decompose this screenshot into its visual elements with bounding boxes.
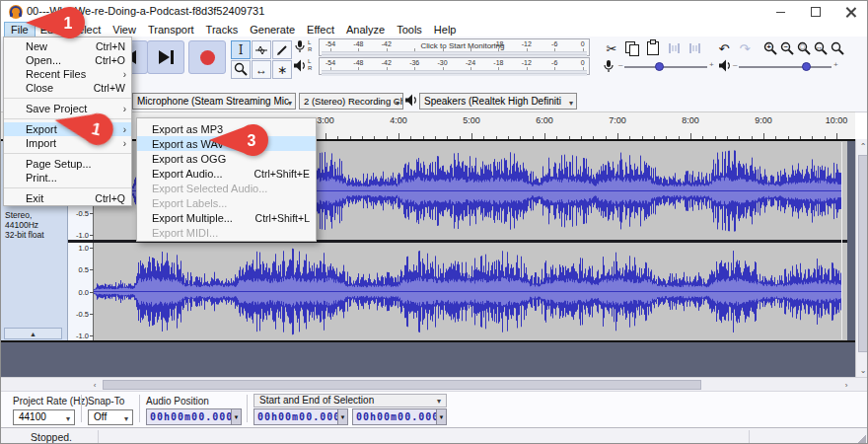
project-rate-value: 44100 [19,411,46,422]
export-menu-item-export-audio[interactable]: Export Audio...Ctrl+Shift+E [137,166,316,181]
undo-icon[interactable]: ↶ [714,38,734,58]
ruler-scale-label: -1.0 [69,332,89,340]
close-button[interactable] [833,1,868,23]
meter-scale-label: -6 [543,59,565,66]
waveform-right-channel[interactable] [94,243,842,340]
cut-icon[interactable]: ✂ [602,38,621,58]
timeline-label: 4:00 [384,115,413,125]
file-menu-item-print[interactable]: Print... [4,171,131,185]
menubar-item-help[interactable]: Help [428,23,463,37]
project-rate-select[interactable]: 44100 ▾ [13,409,75,425]
meter-scale-label: -18 [487,59,509,66]
ruler-scale-label: 1.0 [69,244,89,253]
selection-end-field[interactable]: 00h00m00.000s ▼ [352,408,447,425]
file-menu-item-close[interactable]: CloseCtrl+W [4,81,131,95]
chevron-down-icon[interactable]: ▼ [337,409,347,424]
vertical-scroll-thumb[interactable] [858,155,868,352]
export-menu-item-export-labels: Export Labels... [137,195,316,210]
file-menu-item-page-setup[interactable]: Page Setup... [4,157,131,171]
menubar-item-generate[interactable]: Generate [244,23,301,37]
zoom-toggle-icon[interactable] [828,38,847,58]
export-menu-item-export-midi: Export MIDI... [137,225,316,240]
playback-volume-thumb[interactable] [802,62,811,71]
play-slider-plus: + [833,60,838,69]
meter-scale-label: -36 [403,59,425,66]
meter-scale-label: -54 [320,40,341,47]
rec-slider-plus: + [709,60,714,69]
ruler-scale-label: 0.5 [69,265,89,274]
menubar-item-transport[interactable]: Transport [142,23,200,37]
playback-device-select[interactable]: Speakers (Realtek High Definiti ▾ [419,93,577,110]
mixer-speaker-icon [718,59,732,72]
track-collapse-button[interactable]: ▲ [4,328,62,339]
record-meter-lr-label: LR [308,39,312,53]
menubar-item-view[interactable]: View [107,23,142,37]
menubar-item-effect[interactable]: Effect [301,23,340,37]
file-menu-item-exit[interactable]: ExitCtrl+Q [4,191,131,205]
ruler-scale-label: -1.0 [69,231,89,240]
chevron-down-icon[interactable]: ▼ [436,409,446,424]
file-menu-item-open[interactable]: Open...Ctrl+O [4,53,131,67]
menubar-item-analyze[interactable]: Analyze [340,23,391,37]
ruler-scale-label: 0.0 [69,288,89,297]
recording-device-select[interactable]: Microphone (Steam Streaming Mic ▾ [132,93,296,110]
track-info-line2: 32-bit float [5,230,67,240]
scroll-down-icon[interactable]: ⌄ [858,365,868,375]
selection-mode-select[interactable]: Start and End of Selection ▾ [253,394,447,407]
play-meter-speaker-icon[interactable] [293,59,307,72]
chevron-down-icon: ▾ [396,96,399,110]
timeline-label: 10:00 [822,115,851,125]
zoom-tool-icon[interactable] [231,60,251,79]
separator [139,395,140,422]
audio-position-field[interactable]: 00h00m00.000s ▼ [146,408,242,425]
multi-tool-icon[interactable]: ∗ [272,60,292,79]
file-menu-item-recent-files[interactable]: Recent Files› [4,67,131,81]
skip-to-end-button[interactable] [147,40,184,74]
vertical-scrollbar[interactable]: ⌃ ⌄ [855,139,868,377]
playback-device-value: Speakers (Realtek High Definiti [424,96,561,107]
maximize-button[interactable] [798,1,833,23]
selection-mode-value: Start and End of Selection [259,395,374,406]
copy-icon[interactable] [622,38,642,58]
recording-volume-slider[interactable] [624,66,707,68]
menu-separator [4,185,131,191]
scroll-up-icon[interactable]: ⌃ [858,141,868,151]
separator [98,430,99,443]
resize-grip[interactable] [858,435,866,443]
submenu-arrow-icon: › [123,104,126,114]
menubar-item-tools[interactable]: Tools [391,23,428,37]
selection-start-field[interactable]: 00h00m00.000s ▼ [253,408,348,425]
export-menu-item-export-multiple[interactable]: Export Multiple...Ctrl+Shift+L [137,210,316,225]
status-bar: Stopped. [1,427,868,444]
envelope-tool-icon[interactable] [252,40,271,59]
record-button[interactable] [188,40,226,74]
record-meter-mic-icon[interactable] [294,39,306,54]
file-menu-item-new[interactable]: NewCtrl+N [4,39,131,53]
submenu-arrow-icon: › [123,138,126,149]
audacity-window: 00---Why-We-re-Doing-a-Podcast-f8d3f5240… [0,0,868,444]
recording-device-value: Microphone (Steam Streaming Mic [137,96,289,107]
playback-meter[interactable]: -54-48-42-36-30-24-18-12-60 [319,57,590,75]
draw-tool-icon[interactable] [272,40,292,59]
selection-tool-icon[interactable]: I [231,40,251,59]
meter-monitor-text[interactable]: Click to Start Monitoring [379,41,546,50]
svg-text:1: 1 [64,15,73,32]
menubar-item-tracks[interactable]: Tracks [200,23,245,37]
svg-text:3: 3 [248,132,256,149]
recording-meter[interactable]: -54-48-42-18-12-60Click to Start Monitor… [319,38,590,56]
minimize-button[interactable] [762,1,798,23]
horizontal-scroll-thumb[interactable] [103,380,701,390]
scroll-right-icon[interactable]: › [841,380,851,390]
snap-to-select[interactable]: Off ▾ [88,409,133,425]
timeline-label: 6:00 [530,115,559,125]
submenu-arrow-icon: › [123,124,126,135]
scroll-left-icon[interactable]: ‹ [90,380,100,390]
recording-channels-select[interactable]: 2 (Stereo) Recording Chan ▾ [299,93,403,110]
time-shift-tool-icon[interactable]: ↔ [252,60,271,79]
horizontal-scrollbar[interactable]: ‹ › [1,377,868,391]
playback-volume-slider[interactable] [739,66,832,68]
chevron-down-icon[interactable]: ▼ [231,409,241,424]
paste-icon[interactable] [643,38,663,58]
recording-volume-thumb[interactable] [655,62,664,71]
svg-text:−: − [783,43,787,50]
